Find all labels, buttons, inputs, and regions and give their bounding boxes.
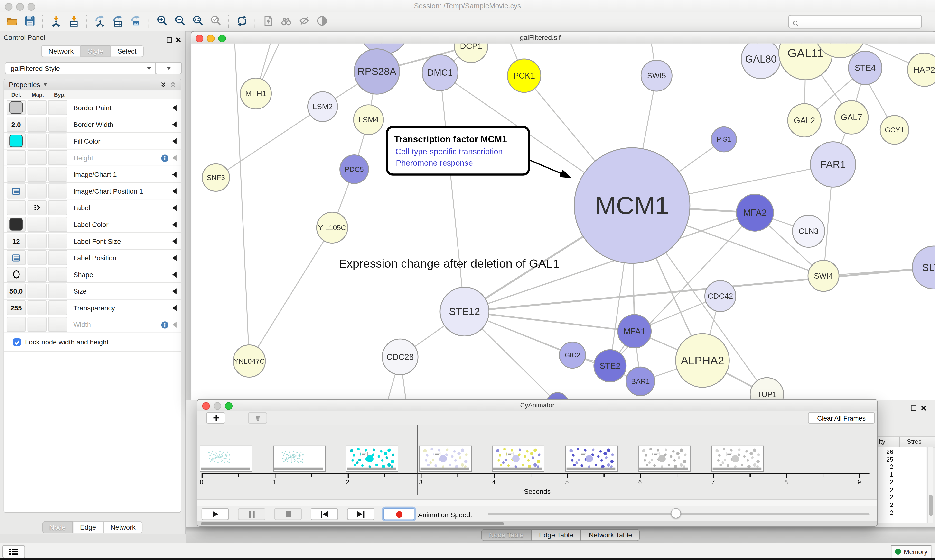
frame-thumbnail-1[interactable] [273, 446, 326, 472]
property-row-width[interactable]: Width [4, 316, 181, 333]
table-body[interactable]: 26252122222 [875, 447, 927, 523]
bypass-cell[interactable] [48, 100, 67, 115]
frame-thumbnail-3[interactable] [419, 446, 472, 472]
bypass-cell[interactable] [48, 267, 67, 282]
frame-thumbnail-5[interactable] [565, 446, 618, 472]
add-frame-button[interactable] [206, 412, 225, 424]
default-value-cell[interactable] [6, 250, 26, 265]
default-value-cell[interactable] [6, 167, 26, 182]
tab-select[interactable]: Select [110, 45, 143, 57]
edge[interactable] [216, 106, 322, 177]
float-panel-icon[interactable] [911, 403, 916, 409]
mapping-cell[interactable] [28, 267, 46, 282]
annotation-box[interactable]: Transcription factor MCM1 Cell-type-spec… [387, 127, 571, 178]
bypass-cell[interactable] [48, 183, 67, 198]
mapping-cell[interactable] [28, 183, 46, 198]
mapping-cell[interactable] [28, 300, 46, 315]
frame-thumbnail-0[interactable] [200, 446, 252, 472]
close-panel-icon[interactable] [175, 35, 181, 40]
float-panel-icon[interactable] [166, 35, 172, 40]
style-options-button[interactable] [155, 62, 182, 74]
tab-edge[interactable]: Edge [73, 521, 103, 533]
mapping-cell[interactable] [28, 167, 46, 182]
export-table-button[interactable] [109, 14, 127, 29]
memory-button[interactable]: Memory [891, 545, 932, 558]
expand-arrow-icon[interactable] [173, 271, 176, 277]
expand-arrow-icon[interactable] [173, 121, 176, 127]
network-window-titlebar[interactable]: galFiltered.sif [191, 32, 935, 44]
lock-node-size-row[interactable]: Lock node width and height [4, 333, 181, 352]
default-value-cell[interactable] [6, 150, 26, 165]
export-pdf-button[interactable] [259, 14, 277, 29]
default-value-cell[interactable] [6, 183, 26, 198]
table-column-stress[interactable]: Stres [907, 438, 922, 445]
tab-network[interactable]: Network [103, 521, 143, 533]
expand-all-icon[interactable] [160, 82, 166, 88]
pause-button[interactable] [238, 508, 265, 520]
style-selector[interactable]: galFiltered Style [5, 62, 157, 74]
apply-layout-button[interactable] [233, 14, 251, 29]
default-value-cell[interactable] [6, 317, 26, 332]
cyanimator-titlebar[interactable]: CyAnimator [197, 400, 877, 411]
mapping-cell[interactable] [28, 100, 46, 115]
info-icon[interactable] [161, 154, 169, 162]
bypass-cell[interactable] [48, 167, 67, 182]
mapping-cell[interactable] [28, 217, 46, 232]
caption-annotation[interactable]: Expression change after deletion of GAL1 [339, 257, 560, 270]
table-sc rollbar[interactable] [927, 447, 933, 523]
mapping-cell[interactable] [28, 284, 46, 298]
property-row-label[interactable]: Label [4, 200, 181, 216]
clear-all-frames-button[interactable]: Clear All Frames [808, 412, 875, 424]
property-row-label-color[interactable]: Label Color [4, 216, 181, 233]
tab-network-table[interactable]: Network Table [581, 529, 640, 540]
property-row-label-font-size[interactable]: 12Label Font Size [4, 233, 181, 250]
open-session-button[interactable] [3, 14, 21, 29]
table-column-ity[interactable]: ity [879, 438, 885, 445]
tab-node-table[interactable]: Node Table [481, 529, 531, 540]
zoom-in-button[interactable] [153, 14, 171, 29]
frame-thumbnail-6[interactable] [638, 446, 691, 472]
timeline-scrollbar[interactable] [197, 521, 877, 526]
default-value-cell[interactable] [6, 134, 26, 148]
import-network-button[interactable] [47, 14, 65, 29]
property-row-border-paint[interactable]: Border Paint [4, 100, 181, 116]
info-icon[interactable] [161, 321, 169, 328]
edge[interactable] [249, 228, 332, 361]
export-network-button[interactable] [91, 14, 109, 29]
show-all-button[interactable] [313, 14, 331, 29]
bypass-cell[interactable] [48, 217, 67, 232]
property-row-image-chart-1[interactable]: Image/Chart 1 [4, 166, 181, 183]
playhead[interactable] [417, 426, 418, 495]
default-value-cell[interactable]: 50.0 [6, 284, 26, 298]
hide-selected-button[interactable] [295, 14, 313, 29]
expand-arrow-icon[interactable] [173, 238, 176, 244]
export-image-button[interactable] [127, 14, 145, 29]
property-row-image-chart-position-1[interactable]: Image/Chart Position 1 [4, 183, 181, 200]
search-input[interactable] [801, 17, 921, 26]
zoom-out-button[interactable] [171, 14, 189, 29]
frame-thumbnail-2[interactable] [346, 446, 399, 472]
expand-arrow-icon[interactable] [173, 222, 176, 227]
bypass-cell[interactable] [48, 117, 67, 132]
expand-arrow-icon[interactable] [173, 305, 176, 311]
mapping-cell[interactable] [28, 250, 46, 265]
expand-arrow-icon[interactable] [173, 205, 176, 211]
expand-arrow-icon[interactable] [173, 288, 176, 294]
expand-arrow-icon[interactable] [173, 322, 176, 327]
expand-arrow-icon[interactable] [173, 138, 176, 144]
tab-node[interactable]: Node [42, 521, 73, 533]
default-value-cell[interactable] [6, 267, 26, 282]
animation-timeline[interactable]: Seconds 0123456789 [197, 426, 877, 506]
expand-arrow-icon[interactable] [173, 171, 176, 177]
first-neighbors-button[interactable] [277, 14, 295, 29]
show-panels-button[interactable] [2, 545, 25, 558]
network-canvas[interactable]: RPS28BRPS28ADMC1DCP1PCK1MTH1LSM2LSM4SNF3… [191, 43, 935, 401]
stop-button[interactable] [275, 508, 302, 520]
tab-edge-table[interactable]: Edge Table [531, 529, 581, 540]
default-value-cell[interactable]: 12 [6, 234, 26, 248]
bypass-cell[interactable] [48, 250, 67, 265]
frame-thumbnail-7[interactable] [711, 446, 764, 472]
property-row-transparency[interactable]: 255Transparency [4, 300, 181, 317]
zoom-selected-button[interactable] [207, 14, 225, 29]
save-session-button[interactable] [21, 14, 39, 29]
